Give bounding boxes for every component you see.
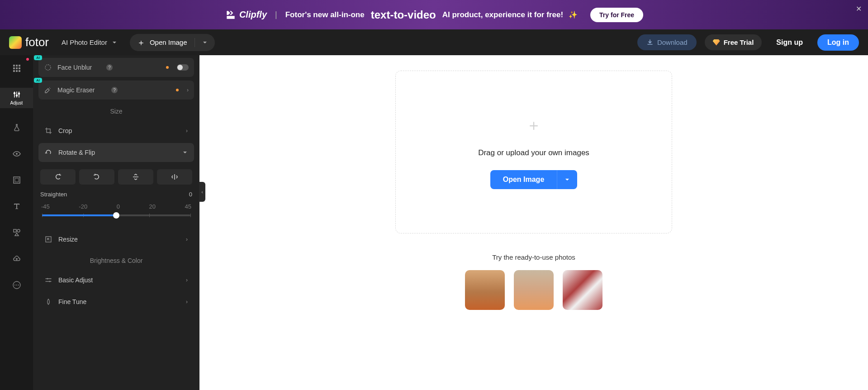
dropzone-text: Drag or upload your own images bbox=[478, 148, 589, 157]
chevron-down-icon bbox=[564, 177, 570, 182]
fotor-logo-icon bbox=[9, 36, 22, 49]
sample-thumb-3[interactable] bbox=[563, 270, 602, 310]
svg-point-24 bbox=[49, 281, 51, 282]
fine-tune-label: Fine Tune bbox=[58, 298, 180, 305]
chevron-right-icon: › bbox=[186, 236, 188, 243]
open-image-main-button[interactable]: Open Image bbox=[490, 170, 557, 189]
tick-p20: 20 bbox=[149, 203, 155, 210]
crop-label: Crop bbox=[58, 127, 180, 134]
sample-thumb-1[interactable] bbox=[465, 270, 505, 310]
fine-tune-row[interactable]: Fine Tune › bbox=[38, 292, 194, 311]
more-icon bbox=[13, 281, 21, 289]
clipfly-brand-text: Clipfly bbox=[239, 10, 267, 20]
download-label: Download bbox=[657, 38, 688, 46]
svg-rect-8 bbox=[19, 70, 20, 72]
slider-thumb[interactable] bbox=[113, 212, 119, 219]
rail-item-more[interactable] bbox=[0, 278, 33, 292]
rail-item-frames[interactable] bbox=[0, 173, 33, 187]
main-area: Adjust AI Face Unblur bbox=[0, 55, 868, 390]
help-icon[interactable]: ? bbox=[111, 87, 118, 93]
tool-magic-eraser[interactable]: AI Magic Eraser ? › bbox=[38, 81, 194, 100]
banner-content: Clipfly | Fotor's new all-in-one text-to… bbox=[225, 8, 643, 22]
adjust-sliders-icon bbox=[13, 90, 21, 99]
sample-thumbnails bbox=[465, 270, 602, 310]
resize-row[interactable]: Resize › bbox=[38, 230, 194, 249]
free-trial-button[interactable]: Free Trial bbox=[705, 34, 762, 50]
cloud-upload-icon bbox=[13, 255, 21, 263]
face-unblur-icon bbox=[44, 63, 53, 71]
slider-fill bbox=[42, 214, 116, 216]
premium-dot bbox=[166, 66, 169, 69]
image-dropzone[interactable]: ＋ Drag or upload your own images Open Im… bbox=[395, 71, 672, 233]
rotate-ccw-button[interactable] bbox=[79, 169, 114, 185]
promo-banner: Clipfly | Fotor's new all-in-one text-to… bbox=[0, 0, 868, 29]
rotate-cw-icon bbox=[54, 173, 62, 181]
svg-rect-13 bbox=[14, 177, 20, 183]
svg-rect-3 bbox=[13, 67, 15, 69]
basic-adjust-label: Basic Adjust bbox=[58, 276, 180, 284]
flip-horizontal-button[interactable] bbox=[157, 169, 192, 185]
clipfly-logo[interactable]: Clipfly bbox=[225, 9, 267, 21]
chevron-right-icon: › bbox=[186, 128, 188, 134]
eye-icon bbox=[13, 150, 21, 158]
download-button[interactable]: Download bbox=[637, 34, 697, 50]
svg-point-20 bbox=[18, 285, 19, 285]
rail-item-effects[interactable] bbox=[0, 121, 33, 134]
adjust-panel: AI Face Unblur ? AI Magic Eraser ? › Siz… bbox=[33, 55, 199, 390]
svg-rect-7 bbox=[16, 70, 18, 72]
text-icon bbox=[13, 202, 21, 210]
rotate-flip-buttons bbox=[38, 165, 194, 188]
chevron-down-icon[interactable] bbox=[202, 40, 208, 45]
flip-vertical-button[interactable] bbox=[118, 169, 153, 185]
svg-rect-5 bbox=[19, 67, 20, 69]
gem-icon bbox=[713, 39, 720, 46]
svg-rect-0 bbox=[13, 65, 15, 67]
rail-item-text[interactable] bbox=[0, 200, 33, 213]
open-image-button[interactable]: ＋ Open Image bbox=[130, 34, 215, 51]
rotate-cw-button[interactable] bbox=[40, 169, 76, 185]
svg-rect-6 bbox=[13, 70, 15, 72]
close-banner-icon[interactable]: ✕ bbox=[856, 5, 862, 13]
svg-point-9 bbox=[14, 93, 15, 94]
rail-item-adjust[interactable]: Adjust bbox=[0, 88, 33, 108]
svg-rect-1 bbox=[16, 65, 18, 67]
canvas-area: ‹ ＋ Drag or upload your own images Open … bbox=[199, 55, 868, 390]
plus-icon: ＋ bbox=[137, 37, 145, 48]
help-icon[interactable]: ? bbox=[106, 64, 113, 71]
open-image-dropdown-button[interactable] bbox=[557, 170, 577, 189]
tool-face-unblur[interactable]: AI Face Unblur ? bbox=[38, 58, 194, 77]
rotate-flip-row[interactable]: Rotate & Flip bbox=[38, 143, 194, 162]
fotor-logo[interactable]: fotor bbox=[9, 35, 49, 49]
sample-thumb-2[interactable] bbox=[514, 270, 554, 310]
open-image-split-button: Open Image bbox=[490, 170, 578, 189]
sign-up-button[interactable]: Sign up bbox=[770, 35, 809, 50]
svg-rect-15 bbox=[14, 229, 16, 232]
fine-tune-icon bbox=[45, 298, 53, 305]
rail-item-cloud[interactable] bbox=[0, 252, 33, 266]
resize-label: Resize bbox=[58, 236, 180, 243]
shapes-icon bbox=[13, 228, 21, 237]
editor-mode-label: AI Photo Editor bbox=[62, 38, 107, 46]
collapse-panel-handle[interactable]: ‹ bbox=[199, 182, 205, 202]
rail-item-elements[interactable] bbox=[0, 226, 33, 239]
straighten-label: Straighten bbox=[40, 191, 67, 198]
straighten-slider[interactable] bbox=[42, 214, 190, 216]
editor-mode-dropdown[interactable]: AI Photo Editor bbox=[57, 36, 122, 49]
rail-item-beauty[interactable] bbox=[0, 147, 33, 161]
rail-item-apps[interactable] bbox=[0, 62, 33, 75]
face-unblur-toggle[interactable] bbox=[177, 64, 189, 71]
straighten-value: 0 bbox=[189, 191, 192, 198]
svg-point-23 bbox=[47, 278, 48, 280]
svg-point-16 bbox=[17, 229, 20, 232]
rail-adjust-label: Adjust bbox=[10, 100, 23, 105]
crop-row[interactable]: Crop › bbox=[38, 121, 194, 140]
log-in-button[interactable]: Log in bbox=[817, 34, 859, 51]
straighten-control: Straighten 0 -45 -20 0 20 45 bbox=[38, 188, 194, 220]
try-for-free-button[interactable]: Try for Free bbox=[590, 8, 643, 22]
banner-pre-text: Fotor's new all-in-one bbox=[285, 10, 365, 19]
tick-n45: -45 bbox=[41, 203, 50, 210]
download-icon bbox=[646, 39, 654, 46]
basic-adjust-row[interactable]: Basic Adjust › bbox=[38, 271, 194, 290]
tick-0: 0 bbox=[117, 203, 120, 210]
svg-point-21 bbox=[45, 65, 51, 70]
